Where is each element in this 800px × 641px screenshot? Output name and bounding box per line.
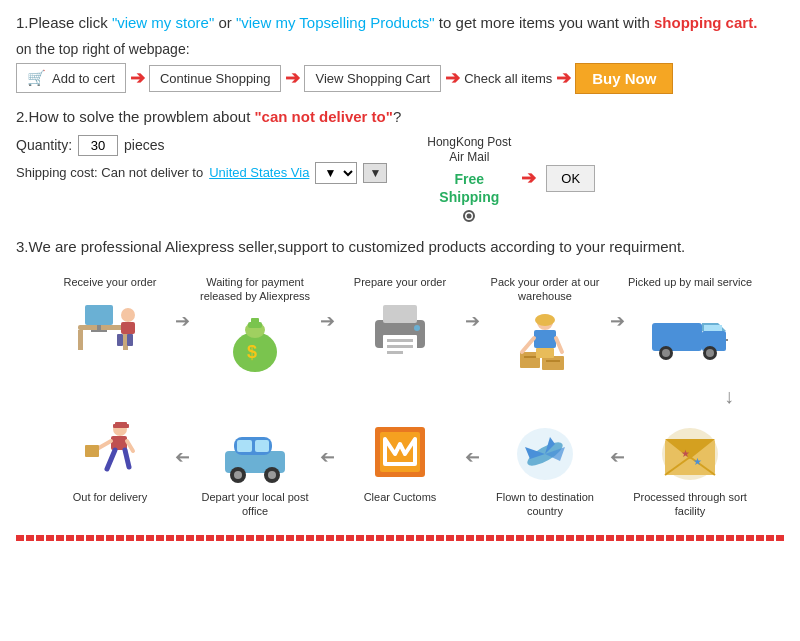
- continue-shopping-label: Continue Shopping: [160, 71, 271, 86]
- flow-arrow-2: ➔: [320, 275, 335, 332]
- flow-item-flown: Flown to destination country: [480, 416, 610, 519]
- icon-payment: $: [215, 307, 295, 377]
- flow-item-depart: Depart your local post office: [190, 416, 320, 519]
- radio-button[interactable]: [463, 210, 475, 222]
- shopping-cart-highlight: shopping cart.: [654, 14, 757, 31]
- label-pickup: Picked up by mail service: [628, 275, 752, 289]
- svg-point-57: [268, 471, 276, 479]
- flow-arrow-3: ➔: [465, 275, 480, 332]
- text-part3: to get more items you want with: [435, 14, 654, 31]
- svg-point-6: [121, 308, 135, 322]
- svg-text:★: ★: [693, 456, 702, 467]
- icon-flown: [505, 416, 585, 486]
- label-flown: Flown to destination country: [480, 490, 610, 519]
- svg-rect-3: [85, 305, 113, 325]
- hk-post-label: HongKong Post Air Mail: [427, 135, 511, 166]
- svg-point-55: [234, 471, 242, 479]
- arrow4: ➔: [556, 67, 571, 89]
- quantity-input[interactable]: [78, 135, 118, 156]
- flow-arrow-1: ➔: [175, 275, 190, 332]
- text-part2: or: [214, 14, 236, 31]
- ok-button[interactable]: OK: [546, 165, 595, 192]
- flow-item-customs: Clear Cuctoms: [335, 416, 465, 504]
- svg-rect-19: [387, 345, 413, 348]
- svg-rect-4: [97, 325, 101, 330]
- icon-receive: [70, 293, 150, 363]
- shipping-via[interactable]: United States Via: [209, 165, 309, 180]
- svg-point-39: [706, 349, 714, 357]
- flow-item-sort: ★ ★ Processed through sort facility: [625, 416, 755, 519]
- svg-rect-0: [78, 325, 128, 330]
- dropdown-arrow[interactable]: ▼: [363, 163, 387, 183]
- hk-arrow: ➔: [521, 167, 536, 189]
- flow-item-pickup: Picked up by mail service: [625, 275, 755, 363]
- hk-ok-area: HongKong Post Air Mail Free Shipping ➔ O…: [427, 135, 595, 223]
- section1: 1.Please click "view my store" or "view …: [16, 12, 784, 94]
- svg-line-46: [125, 450, 129, 467]
- label-out-delivery: Out for delivery: [73, 490, 148, 504]
- label-payment: Waiting for payment released by Aliexpre…: [190, 275, 320, 304]
- section3: 3.We are professional Aliexpress seller,…: [16, 236, 784, 519]
- flow-item-prepare: Prepare your order: [335, 275, 465, 363]
- continue-shopping-step[interactable]: Continue Shopping: [149, 65, 282, 92]
- svg-point-21: [414, 325, 420, 331]
- icon-prepare: [360, 293, 440, 363]
- flow-item-pack: Pack your order at our warehouse: [480, 275, 610, 378]
- svg-rect-52: [237, 440, 252, 452]
- svg-rect-53: [255, 440, 269, 452]
- flow-arrow-r4: ➔: [610, 416, 625, 468]
- label-depart: Depart your local post office: [190, 490, 320, 519]
- cart-icon: 🛒: [27, 69, 46, 87]
- link-topselling[interactable]: "view my Topselling Products": [236, 14, 435, 31]
- svg-line-48: [127, 441, 133, 451]
- svg-rect-35: [704, 325, 722, 331]
- svg-rect-5: [91, 330, 107, 332]
- section2: 2.How to solve the prowblem about "can n…: [16, 108, 784, 223]
- arrow2: ➔: [285, 67, 300, 89]
- svg-rect-28: [546, 360, 560, 362]
- section2-body: Quantity: pieces Shipping cost: Can not …: [16, 135, 784, 223]
- text-part1: 1.Please click: [16, 14, 112, 31]
- pieces-label: pieces: [124, 137, 164, 153]
- view-cart-step[interactable]: View Shopping Cart: [304, 65, 441, 92]
- svg-rect-26: [524, 356, 536, 358]
- add-to-cart-step[interactable]: 🛒 Add to cert: [16, 63, 126, 93]
- quantity-area: Quantity: pieces Shipping cost: Can not …: [16, 135, 387, 184]
- link-view-store[interactable]: "view my store": [112, 14, 214, 31]
- svg-point-37: [662, 349, 670, 357]
- section2-title: 2.How to solve the prowblem about "can n…: [16, 108, 784, 125]
- flow-item-receive: Receive your order: [45, 275, 175, 363]
- svg-rect-7: [121, 322, 135, 334]
- svg-rect-27: [542, 356, 564, 370]
- check-all-items-label: Check all items: [464, 71, 552, 86]
- svg-line-47: [97, 441, 111, 449]
- svg-line-45: [107, 450, 115, 469]
- svg-rect-16: [383, 305, 417, 323]
- down-arrow-connector: ↓: [16, 385, 784, 408]
- arrow1: ➔: [130, 67, 145, 89]
- quantity-label: Quantity:: [16, 137, 72, 153]
- free-shipping-label: Free Shipping: [439, 170, 499, 206]
- svg-rect-18: [387, 339, 413, 342]
- top-right-label: on the top right of webpage:: [16, 41, 784, 57]
- icon-out-delivery: [70, 416, 150, 486]
- svg-rect-23: [534, 330, 556, 348]
- shipping-select[interactable]: ▼: [315, 162, 357, 184]
- down-arrow-icon: ↓: [724, 385, 734, 408]
- label-receive: Receive your order: [64, 275, 157, 289]
- process-flow: Receive your order: [16, 275, 784, 519]
- view-cart-label: View Shopping Cart: [315, 71, 430, 86]
- svg-point-24: [535, 314, 555, 326]
- section3-title: 3.We are professional Aliexpress seller,…: [16, 236, 784, 259]
- add-to-cert-label: Add to cert: [52, 71, 115, 86]
- shipping-label: Shipping cost: Can not deliver to: [16, 165, 203, 180]
- icon-depart: [215, 416, 295, 486]
- flow-arrow-4: ➔: [610, 275, 625, 332]
- arrow3: ➔: [445, 67, 460, 89]
- buy-now-button[interactable]: Buy Now: [575, 63, 673, 94]
- svg-rect-20: [387, 351, 403, 354]
- flow-row-1: Receive your order: [16, 275, 784, 378]
- bottom-border: [16, 535, 784, 541]
- icon-pickup: [650, 293, 730, 363]
- svg-line-30: [522, 338, 534, 352]
